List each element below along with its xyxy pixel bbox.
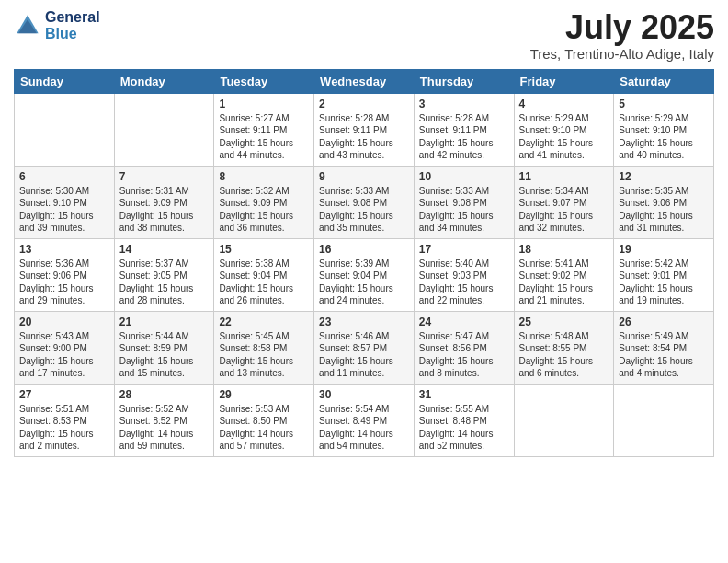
day-info: Sunrise: 5:32 AM Sunset: 9:09 PM Dayligh… <box>219 185 309 235</box>
day-number: 30 <box>319 388 409 401</box>
month-title: July 2025 <box>530 9 714 46</box>
day-info: Sunrise: 5:45 AM Sunset: 8:58 PM Dayligh… <box>219 330 309 380</box>
calendar-cell: 27Sunrise: 5:51 AM Sunset: 8:53 PM Dayli… <box>15 384 115 456</box>
day-number: 6 <box>19 170 109 183</box>
calendar-header-tuesday: Tuesday <box>214 69 314 93</box>
calendar-week-4: 20Sunrise: 5:43 AM Sunset: 9:00 PM Dayli… <box>15 311 714 384</box>
day-number: 27 <box>19 388 109 401</box>
logo-text: General Blue <box>45 9 100 41</box>
day-number: 3 <box>419 98 509 110</box>
day-number: 26 <box>619 316 709 328</box>
calendar-cell: 5Sunrise: 5:29 AM Sunset: 9:10 PM Daylig… <box>614 93 714 166</box>
calendar-cell: 23Sunrise: 5:46 AM Sunset: 8:57 PM Dayli… <box>314 311 415 384</box>
calendar-cell: 21Sunrise: 5:44 AM Sunset: 8:59 PM Dayli… <box>114 311 214 384</box>
calendar-cell: 18Sunrise: 5:41 AM Sunset: 9:02 PM Dayli… <box>514 238 614 311</box>
calendar-cell: 2Sunrise: 5:28 AM Sunset: 9:11 PM Daylig… <box>314 93 415 166</box>
day-info: Sunrise: 5:49 AM Sunset: 8:54 PM Dayligh… <box>619 330 709 380</box>
day-number: 25 <box>519 316 609 328</box>
day-info: Sunrise: 5:40 AM Sunset: 9:03 PM Dayligh… <box>419 258 509 307</box>
calendar-cell: 9Sunrise: 5:33 AM Sunset: 9:08 PM Daylig… <box>314 166 415 238</box>
day-number: 17 <box>419 243 509 256</box>
calendar-cell: 14Sunrise: 5:37 AM Sunset: 9:05 PM Dayli… <box>114 238 214 311</box>
location-title: Tres, Trentino-Alto Adige, Italy <box>530 46 714 62</box>
calendar-header-wednesday: Wednesday <box>314 69 415 93</box>
calendar-cell: 17Sunrise: 5:40 AM Sunset: 9:03 PM Dayli… <box>414 238 514 311</box>
calendar-table: SundayMondayTuesdayWednesdayThursdayFrid… <box>14 69 714 457</box>
calendar-cell: 13Sunrise: 5:36 AM Sunset: 9:06 PM Dayli… <box>15 238 115 311</box>
day-number: 28 <box>119 388 210 401</box>
day-info: Sunrise: 5:29 AM Sunset: 9:10 PM Dayligh… <box>519 112 609 162</box>
calendar-header-friday: Friday <box>514 69 614 93</box>
calendar-cell <box>15 93 115 166</box>
calendar-cell: 12Sunrise: 5:35 AM Sunset: 9:06 PM Dayli… <box>614 166 714 238</box>
calendar-header-saturday: Saturday <box>614 69 714 93</box>
calendar-cell: 4Sunrise: 5:29 AM Sunset: 9:10 PM Daylig… <box>514 93 614 166</box>
calendar-header-row: SundayMondayTuesdayWednesdayThursdayFrid… <box>15 69 714 93</box>
logo: General Blue <box>14 9 100 41</box>
calendar-week-2: 6Sunrise: 5:30 AM Sunset: 9:10 PM Daylig… <box>15 166 714 238</box>
logo-icon <box>14 12 41 40</box>
day-info: Sunrise: 5:54 AM Sunset: 8:49 PM Dayligh… <box>319 403 409 453</box>
page: General Blue July 2025 Tres, Trentino-Al… <box>0 0 728 563</box>
day-number: 14 <box>119 243 210 256</box>
day-number: 2 <box>319 98 409 110</box>
calendar-week-1: 1Sunrise: 5:27 AM Sunset: 9:11 PM Daylig… <box>15 93 714 166</box>
calendar-cell: 11Sunrise: 5:34 AM Sunset: 9:07 PM Dayli… <box>514 166 614 238</box>
day-info: Sunrise: 5:33 AM Sunset: 9:08 PM Dayligh… <box>319 185 409 235</box>
calendar-cell: 24Sunrise: 5:47 AM Sunset: 8:56 PM Dayli… <box>414 311 514 384</box>
day-number: 24 <box>419 316 509 328</box>
day-number: 20 <box>19 316 109 328</box>
calendar-cell: 29Sunrise: 5:53 AM Sunset: 8:50 PM Dayli… <box>214 384 314 456</box>
calendar-cell: 28Sunrise: 5:52 AM Sunset: 8:52 PM Dayli… <box>114 384 214 456</box>
day-number: 31 <box>419 388 509 401</box>
day-info: Sunrise: 5:33 AM Sunset: 9:08 PM Dayligh… <box>419 185 509 235</box>
day-info: Sunrise: 5:52 AM Sunset: 8:52 PM Dayligh… <box>119 403 210 453</box>
day-number: 19 <box>619 243 709 256</box>
title-block: July 2025 Tres, Trentino-Alto Adige, Ita… <box>530 9 714 62</box>
calendar-cell: 20Sunrise: 5:43 AM Sunset: 9:00 PM Dayli… <box>15 311 115 384</box>
calendar-cell: 22Sunrise: 5:45 AM Sunset: 8:58 PM Dayli… <box>214 311 314 384</box>
calendar-header-thursday: Thursday <box>414 69 514 93</box>
calendar-cell: 31Sunrise: 5:55 AM Sunset: 8:48 PM Dayli… <box>414 384 514 456</box>
day-info: Sunrise: 5:46 AM Sunset: 8:57 PM Dayligh… <box>319 330 409 380</box>
day-info: Sunrise: 5:29 AM Sunset: 9:10 PM Dayligh… <box>619 112 709 162</box>
calendar-header-sunday: Sunday <box>15 69 115 93</box>
day-info: Sunrise: 5:41 AM Sunset: 9:02 PM Dayligh… <box>519 258 609 307</box>
calendar-cell: 3Sunrise: 5:28 AM Sunset: 9:11 PM Daylig… <box>414 93 514 166</box>
day-info: Sunrise: 5:27 AM Sunset: 9:11 PM Dayligh… <box>219 112 309 162</box>
calendar-cell: 1Sunrise: 5:27 AM Sunset: 9:11 PM Daylig… <box>214 93 314 166</box>
day-number: 5 <box>619 98 709 110</box>
day-number: 12 <box>619 170 709 183</box>
calendar-cell: 25Sunrise: 5:48 AM Sunset: 8:55 PM Dayli… <box>514 311 614 384</box>
calendar-cell: 19Sunrise: 5:42 AM Sunset: 9:01 PM Dayli… <box>614 238 714 311</box>
day-info: Sunrise: 5:48 AM Sunset: 8:55 PM Dayligh… <box>519 330 609 380</box>
calendar-cell: 7Sunrise: 5:31 AM Sunset: 9:09 PM Daylig… <box>114 166 214 238</box>
day-info: Sunrise: 5:35 AM Sunset: 9:06 PM Dayligh… <box>619 185 709 235</box>
day-number: 4 <box>519 98 609 110</box>
day-info: Sunrise: 5:36 AM Sunset: 9:06 PM Dayligh… <box>19 258 109 307</box>
day-info: Sunrise: 5:51 AM Sunset: 8:53 PM Dayligh… <box>19 403 109 453</box>
day-number: 8 <box>219 170 309 183</box>
day-number: 7 <box>119 170 210 183</box>
day-number: 11 <box>519 170 609 183</box>
day-info: Sunrise: 5:37 AM Sunset: 9:05 PM Dayligh… <box>119 258 210 307</box>
calendar-header-monday: Monday <box>114 69 214 93</box>
calendar-cell: 16Sunrise: 5:39 AM Sunset: 9:04 PM Dayli… <box>314 238 415 311</box>
day-info: Sunrise: 5:30 AM Sunset: 9:10 PM Dayligh… <box>19 185 109 235</box>
day-info: Sunrise: 5:28 AM Sunset: 9:11 PM Dayligh… <box>419 112 509 162</box>
day-number: 23 <box>319 316 409 328</box>
calendar-week-5: 27Sunrise: 5:51 AM Sunset: 8:53 PM Dayli… <box>15 384 714 456</box>
day-number: 9 <box>319 170 409 183</box>
day-number: 29 <box>219 388 309 401</box>
day-info: Sunrise: 5:31 AM Sunset: 9:09 PM Dayligh… <box>119 185 210 235</box>
day-info: Sunrise: 5:28 AM Sunset: 9:11 PM Dayligh… <box>319 112 409 162</box>
day-info: Sunrise: 5:43 AM Sunset: 9:00 PM Dayligh… <box>19 330 109 380</box>
day-number: 16 <box>319 243 409 256</box>
calendar-cell: 10Sunrise: 5:33 AM Sunset: 9:08 PM Dayli… <box>414 166 514 238</box>
calendar-cell <box>514 384 614 456</box>
calendar-cell: 8Sunrise: 5:32 AM Sunset: 9:09 PM Daylig… <box>214 166 314 238</box>
day-number: 21 <box>119 316 210 328</box>
day-info: Sunrise: 5:44 AM Sunset: 8:59 PM Dayligh… <box>119 330 210 380</box>
calendar-cell <box>614 384 714 456</box>
day-number: 13 <box>19 243 109 256</box>
